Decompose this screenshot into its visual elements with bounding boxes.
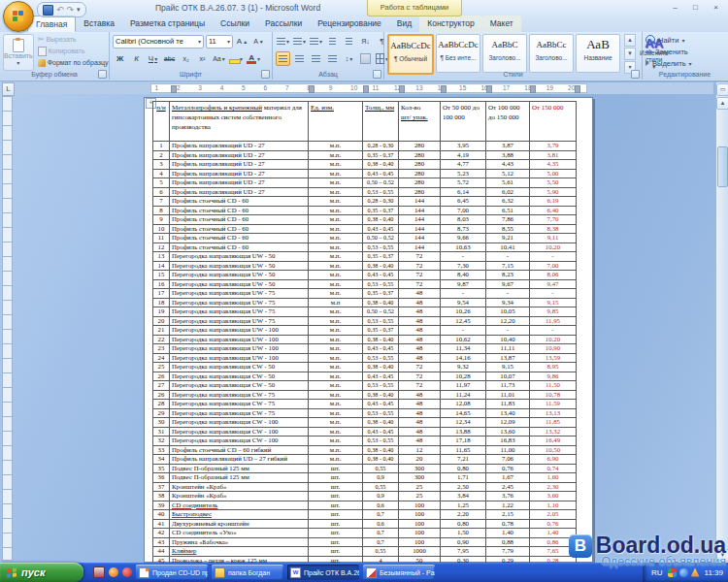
- table-cell[interactable]: 43: [153, 537, 170, 547]
- table-cell[interactable]: Перегородка направляющая CW - 75: [170, 400, 309, 409]
- table-row[interactable]: 16Перегородка направляющая UW - 50м.п.0,…: [153, 279, 577, 289]
- table-cell[interactable]: 5,00: [530, 169, 577, 178]
- table-cell[interactable]: Перегородка направляющая CW - 50: [170, 363, 309, 372]
- ruler-column-marker[interactable]: [486, 85, 492, 93]
- paragraph-dialog-launcher[interactable]: [373, 70, 381, 79]
- table-cell[interactable]: 33: [153, 445, 170, 455]
- table-cell[interactable]: Быстроподвес: [170, 510, 309, 520]
- table-cell[interactable]: м.п.: [309, 381, 363, 391]
- table-cell[interactable]: м.п.: [309, 242, 363, 252]
- table-row[interactable]: 8Профиль стоечный CD - 60м.п.0,35 - 0,37…: [153, 206, 577, 215]
- table-cell[interactable]: 7,00: [441, 206, 486, 215]
- table-cell[interactable]: 0,43 - 0,45: [363, 224, 399, 234]
- table-cell[interactable]: 1,22: [486, 501, 530, 510]
- table-cell[interactable]: 0,50 – 0,52: [363, 307, 399, 317]
- shrink-font-button[interactable]: A▼: [251, 34, 266, 48]
- table-row[interactable]: 26Перегородка направляющая CW - 50м.п.0,…: [153, 372, 577, 381]
- table-cell[interactable]: Профиль направляющий UD - 27: [170, 142, 309, 151]
- table-cell[interactable]: м.п: [309, 298, 363, 307]
- table-cell[interactable]: 2,30: [530, 482, 577, 492]
- table-cell[interactable]: 0,74: [530, 464, 577, 473]
- table-row[interactable]: 26Перегородка направляющая CW - 75м.п.0,…: [153, 390, 577, 400]
- table-cell[interactable]: 72: [399, 363, 441, 372]
- table-cell[interactable]: 21: [153, 326, 170, 336]
- table-cell[interactable]: Профиль стоечный CD - 60: [170, 215, 309, 225]
- tab-Вставка[interactable]: Вставка: [76, 16, 122, 32]
- security-shield-icon[interactable]: [668, 568, 677, 577]
- table-cell[interactable]: Профиль стоечный CD - 60: [170, 197, 309, 207]
- table-row[interactable]: 30Перегородка направляющая CW - 100м.п.0…: [153, 418, 577, 428]
- table-cell[interactable]: 0,53 - 0,55: [363, 279, 399, 289]
- table-row[interactable]: 25Перегородка направляющая CW - 50м.п.0,…: [153, 363, 577, 372]
- table-cell[interactable]: CD соединитель «Ухо»: [170, 529, 309, 538]
- save-icon[interactable]: [43, 5, 53, 16]
- table-cell[interactable]: 0,43 - 0,45: [363, 169, 399, 178]
- table-cell[interactable]: 3,84: [441, 492, 486, 501]
- table-cell[interactable]: Подвес П-образный 125 мм: [170, 464, 309, 473]
- ruler-column-marker[interactable]: [171, 85, 177, 93]
- table-row[interactable]: 4Профиль направляющий UD - 27м.п.0,43 - …: [153, 169, 577, 178]
- numbering-button[interactable]: ▾: [292, 34, 307, 48]
- table-cell[interactable]: 2,15: [486, 510, 530, 520]
- table-cell[interactable]: 6,51: [486, 206, 530, 215]
- table-cell[interactable]: 7,15: [486, 261, 530, 271]
- table-cell[interactable]: 12,09: [486, 418, 530, 428]
- align-right-button[interactable]: [309, 51, 323, 66]
- table-cell[interactable]: м.п.: [309, 160, 363, 170]
- table-cell[interactable]: м.п.: [309, 372, 363, 381]
- table-cell[interactable]: 0,35 - 0,37: [363, 252, 399, 262]
- table-cell[interactable]: Перегородка направляющая CW - 100: [170, 427, 309, 436]
- table-cell[interactable]: м.п.: [309, 197, 363, 207]
- table-cell[interactable]: 40: [153, 510, 170, 520]
- table-cell[interactable]: 3,81: [530, 150, 577, 160]
- table-cell[interactable]: Перегородка направляющая UW - 50: [170, 271, 309, 280]
- table-cell[interactable]: 0,80: [441, 519, 486, 529]
- table-cell[interactable]: 10,20: [530, 335, 577, 344]
- table-cell[interactable]: 1,10: [530, 501, 577, 510]
- table-cell[interactable]: 8,03: [441, 215, 486, 225]
- maximize-button[interactable]: □: [688, 2, 703, 13]
- table-cell[interactable]: 6,19: [530, 197, 577, 207]
- header-num[interactable]: п/н: [153, 102, 170, 142]
- table-cell[interactable]: 30: [153, 418, 170, 428]
- language-indicator[interactable]: RU: [651, 568, 663, 577]
- table-cell[interactable]: 8,95: [530, 363, 577, 372]
- table-cell[interactable]: м.п.: [309, 436, 363, 446]
- table-row[interactable]: 2Профиль направляющий UD - 27м.п.0,35 - …: [153, 150, 577, 160]
- table-cell[interactable]: -: [441, 252, 486, 262]
- select-button[interactable]: Выделить▾: [645, 57, 725, 69]
- subscript-button[interactable]: x₂: [179, 51, 193, 66]
- table-cell[interactable]: 7,00: [530, 261, 577, 271]
- ruler-column-marker[interactable]: [441, 85, 447, 93]
- table-cell[interactable]: 5,61: [486, 178, 530, 188]
- underline-button[interactable]: Ч▾: [146, 51, 160, 66]
- table-cell[interactable]: 10,05: [486, 307, 530, 317]
- table-cell[interactable]: 0,43 - 0,45: [363, 400, 399, 409]
- table-cell[interactable]: 12,45: [441, 316, 486, 326]
- table-cell[interactable]: 7: [153, 197, 170, 207]
- table-cell[interactable]: 9,85: [530, 307, 577, 317]
- table-row[interactable]: 39CD соединительшт.0,61001,251,221,10: [153, 501, 577, 510]
- table-cell[interactable]: м.п.: [309, 150, 363, 160]
- table-row[interactable]: 36Подвес П-образный 125 ммшт.0,93001,711…: [153, 473, 577, 483]
- table-cell[interactable]: Профиль стоечный CD – 60 гибкий: [170, 445, 309, 455]
- table-row[interactable]: 32Перегородка направляющая CW - 100м.п.0…: [153, 436, 577, 446]
- tab-Главная[interactable]: Главная: [27, 16, 76, 32]
- table-cell[interactable]: 10,26: [441, 307, 486, 317]
- table-cell[interactable]: 0,38 - 0,40: [363, 298, 399, 307]
- table-cell[interactable]: 7,30: [441, 261, 486, 271]
- table-cell[interactable]: -: [486, 326, 530, 336]
- table-row[interactable]: 21Перегородка направляющая UW - 100м.п.0…: [153, 326, 577, 336]
- table-cell[interactable]: Перегородка направляющая UW - 50: [170, 279, 309, 289]
- table-cell[interactable]: 10,28: [441, 372, 486, 381]
- table-cell[interactable]: 12,20: [486, 316, 530, 326]
- table-cell[interactable]: 48: [399, 353, 441, 363]
- table-cell[interactable]: 280: [399, 169, 441, 178]
- table-cell[interactable]: 9,54: [441, 298, 486, 307]
- app-icon[interactable]: [93, 566, 105, 578]
- format-painter-button[interactable]: Формат по образцу: [38, 57, 109, 68]
- line-spacing-button[interactable]: ↕▾: [342, 51, 356, 66]
- table-cell[interactable]: -: [441, 326, 486, 336]
- table-cell[interactable]: 48: [399, 289, 441, 299]
- decrease-indent-button[interactable]: [325, 34, 340, 48]
